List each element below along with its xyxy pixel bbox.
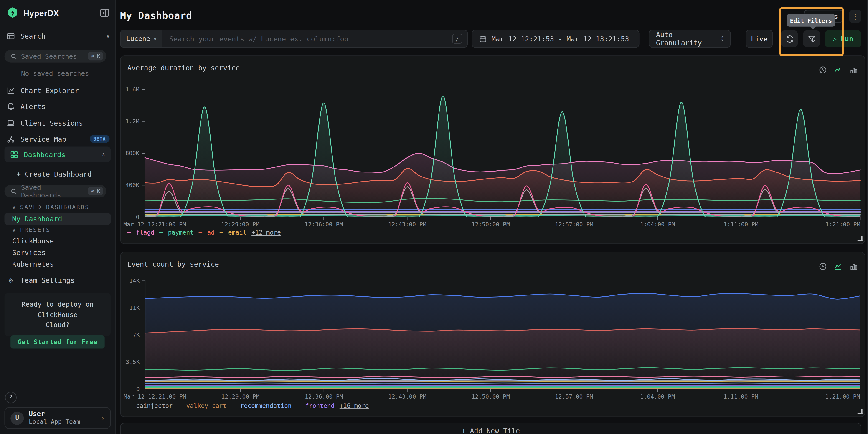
x-axis-label: 1:04:00 PM: [640, 221, 675, 228]
preset-kubernetes[interactable]: Kubernetes: [12, 260, 54, 268]
live-button[interactable]: Live: [746, 30, 773, 47]
cmd-k-shortcut: ⌘ K: [88, 187, 103, 195]
y-axis-label: 11K: [129, 304, 140, 311]
chevron-up-icon[interactable]: ∧: [106, 33, 110, 39]
sidebar-item-chart-explorer[interactable]: Chart Explorer: [7, 85, 110, 96]
chart-legend: —cainjector—valkey-cart—recommendation—f…: [127, 402, 369, 409]
run-button[interactable]: ▷ Run: [825, 31, 861, 47]
legend-item-frontend[interactable]: frontend: [305, 402, 335, 409]
kebab-icon: ⋮: [851, 12, 859, 21]
y-axis-label: 400K: [125, 181, 140, 188]
x-axis-label: Mar 12 12:21:00 PM: [123, 221, 186, 228]
bell-icon: [7, 102, 15, 110]
user-name: User: [29, 410, 80, 418]
legend-more-link[interactable]: +16 more: [340, 402, 369, 409]
laptop-icon: [7, 119, 15, 127]
x-axis-label: 1:21:00 PM: [826, 221, 860, 228]
gear-icon: ⚙: [7, 276, 15, 284]
edit-filters-tooltip: Edit Filters: [786, 14, 835, 27]
user-team: Local App Team: [29, 418, 80, 426]
legend-dash-icon: —: [232, 402, 235, 409]
resize-handle[interactable]: [858, 409, 863, 414]
legend-more-link[interactable]: +12 more: [251, 229, 281, 236]
select-chevrons-icon: ∧∨: [721, 36, 723, 41]
preset-services[interactable]: Services: [12, 248, 45, 257]
x-axis-label: 1:11:00 PM: [724, 221, 758, 228]
sidebar-item-dashboards[interactable]: Dashboards ∧: [4, 147, 111, 162]
chevron-down-icon: ∨: [12, 226, 16, 233]
app-title: HyperDX: [23, 8, 59, 17]
granularity-select[interactable]: Auto Granularity ∧∨: [649, 30, 731, 47]
legend-item-email[interactable]: email: [228, 229, 247, 236]
date-range-picker[interactable]: Mar 12 12:21:53 - Mar 12 13:21:53: [471, 30, 639, 47]
y-axis-label: 7K: [133, 331, 140, 338]
saved-dashboards-placeholder: Saved Dashboards: [21, 183, 84, 199]
sidebar-item-client-sessions[interactable]: Client Sessions: [7, 118, 110, 129]
x-axis-label: 12:29:00 PM: [221, 221, 259, 228]
legend-item-payment[interactable]: payment: [168, 229, 194, 236]
x-axis-label: 1:11:00 PM: [723, 393, 758, 400]
query-input[interactable]: Lucene ∨ Search your events w/ Lucene ex…: [120, 30, 468, 47]
x-axis-label: 12:43:00 PM: [388, 221, 426, 228]
resize-handle[interactable]: [858, 236, 863, 241]
sidebar-item-label: Dashboards: [24, 150, 66, 158]
legend-dash-icon: —: [127, 402, 131, 409]
legend-item-flagd[interactable]: flagd: [136, 229, 154, 236]
legend-dash-icon: —: [127, 229, 131, 236]
chevron-right-icon: ›: [100, 414, 105, 422]
create-dashboard-button[interactable]: + Create Dashboard: [17, 170, 92, 178]
sidebar-item-service-map[interactable]: Service Map BETA: [7, 133, 110, 144]
beta-badge: BETA: [89, 135, 110, 143]
preset-clickhouse[interactable]: ClickHouse: [12, 237, 54, 245]
x-axis-label: 1:21:00 PM: [825, 393, 860, 400]
y-axis-label: 14K: [129, 277, 140, 284]
legend-item-recommendation[interactable]: recommendation: [240, 402, 292, 409]
saved-dashboards-input[interactable]: Saved Dashboards ⌘ K: [4, 185, 106, 197]
chart-legend: —flagd—payment—ad—email+12 more: [127, 229, 281, 236]
saved-searches-input[interactable]: Saved Searches ⌘ K: [4, 50, 106, 63]
sidebar-item-alerts[interactable]: Alerts: [7, 101, 110, 112]
sidebar-item-label: Search: [21, 32, 45, 40]
user-menu[interactable]: U User Local App Team ›: [4, 407, 111, 429]
chart-explorer-icon: [7, 86, 15, 94]
help-button[interactable]: ?: [5, 392, 17, 403]
sidebar-collapse-icon[interactable]: [100, 8, 110, 18]
language-select[interactable]: Lucene ∨: [121, 31, 162, 47]
calendar-icon: [479, 35, 487, 42]
legend-item-valkey-cart[interactable]: valkey-cart: [186, 402, 226, 409]
get-started-button[interactable]: Get Started for Free: [10, 335, 105, 348]
sidebar-item-search[interactable]: Search ∧: [7, 31, 110, 42]
slash-shortcut-key: /: [452, 34, 462, 44]
no-saved-searches-text: No saved searches: [21, 70, 89, 77]
sidebar-item-label: Client Sessions: [21, 119, 83, 127]
sidebar-item-team-settings[interactable]: ⚙ Team Settings: [7, 274, 110, 286]
dashboard-menu-button[interactable]: ⋮: [849, 10, 861, 23]
scrollbar[interactable]: [867, 0, 868, 434]
sidebar-item-my-dashboard[interactable]: My Dashboard: [4, 213, 111, 225]
chevron-up-icon[interactable]: ∧: [102, 151, 105, 157]
add-new-tile-button[interactable]: + Add New Tile: [120, 423, 861, 434]
legend-item-ad[interactable]: ad: [207, 229, 215, 236]
sidebar-item-label: Alerts: [21, 102, 45, 110]
legend-item-cainjector[interactable]: cainjector: [136, 402, 173, 409]
sidebar-item-label: Chart Explorer: [21, 86, 79, 94]
x-axis-label: 12:57:00 PM: [555, 221, 593, 228]
section-presets[interactable]: ∨ PRESETS: [12, 226, 51, 233]
app-root: HyperDX Search ∧ Saved Searches ⌘ K No s…: [0, 0, 868, 434]
chart-panel-event-count: Event count by service 03.5K7K11K14KMar …: [120, 252, 865, 417]
edit-filters-button[interactable]: [803, 31, 820, 47]
sidebar-item-label: Service Map: [21, 135, 66, 143]
section-saved-dashboards[interactable]: ∨ SAVED DASHBOARDS: [12, 204, 89, 210]
chart-plot-area[interactable]: 03.5K7K11K14KMar 12 12:21:00 PM12:29:00 …: [121, 252, 865, 416]
x-axis-label: 1:04:00 PM: [640, 393, 675, 400]
search-table-icon: [7, 32, 15, 40]
chevron-down-icon: ∨: [12, 204, 16, 210]
sidebar-item-label: Team Settings: [21, 276, 75, 284]
x-axis-label: 12:29:00 PM: [221, 393, 260, 400]
chart-plot-area[interactable]: 0400K800K1.2M1.6MMar 12 12:21:00 PM12:29…: [121, 56, 865, 244]
x-axis-label: Mar 12 12:21:00 PM: [124, 393, 186, 400]
query-placeholder: Search your events w/ Lucene ex. column:…: [169, 35, 452, 43]
y-axis-label: 0: [136, 213, 139, 221]
saved-searches-placeholder: Saved Searches: [21, 52, 84, 60]
refresh-button[interactable]: [781, 31, 798, 47]
